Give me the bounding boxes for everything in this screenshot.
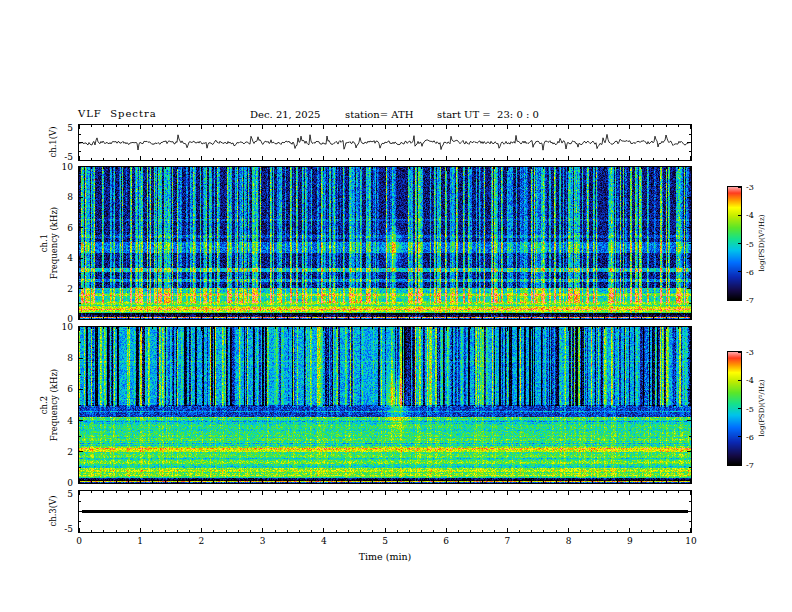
ch2-spec-y-tick-label: 4 (67, 416, 73, 426)
figure-start-ut: start UT = 23: 0 : 0 (437, 109, 539, 120)
x-tick-label: 5 (382, 536, 388, 546)
figure-date: Dec. 21, 2025 (250, 109, 320, 120)
x-tick-label: 2 (199, 536, 205, 546)
x-axis-label: Time (min) (359, 551, 412, 562)
colorbar-tick-label: -4 (746, 376, 754, 385)
colorbar-tick-label: -4 (746, 211, 754, 220)
x-tick-label: 3 (260, 536, 266, 546)
ch2-spec-ylabel-line2: Frequency (kHz) (49, 369, 59, 441)
vlf-spectra-figure: VLF Spectra Dec. 21, 2025 station= ATH s… (0, 0, 792, 612)
ch2-spec-ylabel-line1: ch.2 (39, 369, 49, 441)
ch3-wave-y-tick-label: 5 (67, 489, 73, 499)
colorbar-ch2-label: log(PSD)(V²/Hz) (758, 380, 766, 437)
ch1-spec-y-tick-label: 4 (67, 253, 73, 263)
ch1-spec-y-tick-label: 6 (67, 223, 73, 233)
ch2-spec-y-tick-label: 0 (67, 478, 73, 488)
ch1-wave-y-tick-label: 5 (67, 123, 73, 133)
ch1-spec-y-tick-label: 2 (67, 284, 73, 294)
ch1-spec-ylabel-line1: ch.1 (39, 207, 49, 279)
x-tick-label: 6 (443, 536, 449, 546)
colorbar-tick-label: -7 (746, 296, 754, 305)
x-tick-label: 9 (627, 536, 633, 546)
ch1-spec-y-tick-label: 8 (67, 192, 73, 202)
ch1-spec-ylabel: ch.1 Frequency (kHz) (39, 207, 59, 279)
colorbar-ch1-label: log(PSD)(V²/Hz) (758, 215, 766, 272)
colorbar-ch2-canvas (728, 352, 741, 465)
ch2-spec-y-tick-label: 10 (62, 322, 73, 332)
ch3-wave-ylabel: ch.3(V) (48, 495, 58, 526)
colorbar-ch2 (727, 351, 742, 466)
x-tick-label: 7 (505, 536, 511, 546)
ch1-spectrogram-canvas (79, 167, 691, 319)
ch1-waveform-canvas (79, 125, 691, 160)
colorbar-tick-label: -3 (746, 183, 754, 192)
ch1-wave-ylabel: ch.1(V) (48, 126, 58, 157)
x-tick-label: 0 (76, 536, 82, 546)
colorbar-tick-label: -3 (746, 348, 754, 357)
colorbar-ch1 (727, 186, 742, 301)
x-tick-label: 8 (566, 536, 572, 546)
colorbar-tick-label: -6 (746, 432, 754, 441)
ch1-wave-y-tick-label: -5 (64, 152, 73, 162)
ch3-wave-y-tick-label: -5 (64, 524, 73, 534)
colorbar-ch1-canvas (728, 187, 741, 300)
ch3-waveform-canvas (79, 491, 691, 532)
colorbar-tick-label: -6 (746, 267, 754, 276)
ch1-spectrogram-panel (78, 166, 692, 320)
ch1-spec-ylabel-line2: Frequency (kHz) (49, 207, 59, 279)
ch2-spec-y-tick-label: 8 (67, 353, 73, 363)
ch2-spec-ylabel: ch.2 Frequency (kHz) (39, 369, 59, 441)
ch2-spec-y-tick-label: 2 (67, 447, 73, 457)
colorbar-tick-label: -5 (746, 239, 754, 248)
x-tick-label: 10 (685, 536, 696, 546)
ch2-spectrogram-canvas (79, 327, 691, 483)
x-tick-label: 1 (137, 536, 143, 546)
ch3-waveform-panel (78, 490, 692, 533)
colorbar-tick-label: -5 (746, 404, 754, 413)
ch1-spec-y-tick-label: 10 (62, 162, 73, 172)
figure-title: VLF Spectra (78, 108, 157, 119)
ch2-spectrogram-panel (78, 326, 692, 484)
x-tick-label: 4 (321, 536, 327, 546)
ch2-spec-y-tick-label: 6 (67, 384, 73, 394)
colorbar-tick-label: -7 (746, 461, 754, 470)
figure-station: station= ATH (345, 109, 413, 120)
ch1-waveform-panel (78, 124, 692, 161)
